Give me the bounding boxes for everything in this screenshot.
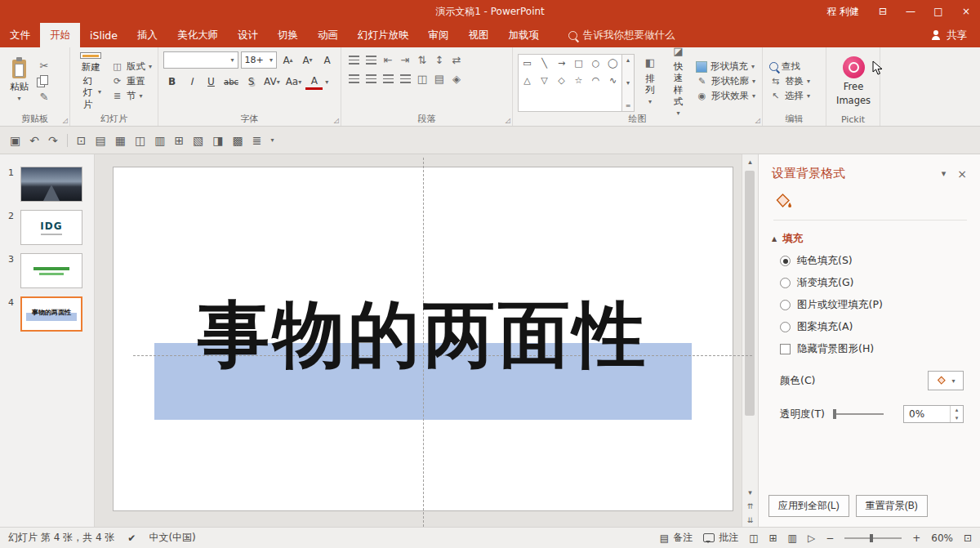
apply-to-all-button[interactable]: 应用到全部(L) <box>768 495 849 517</box>
spell-check-icon[interactable]: ✔ <box>127 532 136 544</box>
shape-cell[interactable]: ∿ <box>604 72 621 89</box>
strikethrough-button[interactable]: abc <box>222 75 240 89</box>
slide-thumbnail-2[interactable]: 2 IDG <box>0 206 94 249</box>
shapes-gallery[interactable]: ▭ ╲ → □ ○ ◯ △ ▽ ◇ ☆ ◠ ∿ <box>518 54 622 112</box>
radio-selected-icon[interactable] <box>780 256 791 266</box>
zoom-percentage[interactable]: 60% <box>931 532 953 544</box>
picture-fill-option[interactable]: 图片或纹理填充(P) <box>780 298 967 312</box>
font-color-button[interactable]: A <box>305 74 323 90</box>
bold-button[interactable]: B <box>163 75 180 89</box>
fill-section-header[interactable]: ▲ 填充 <box>772 232 967 246</box>
tab-beautify[interactable]: 美化大师 <box>167 23 228 47</box>
paste-button[interactable]: 粘贴 ▾ <box>5 51 33 112</box>
numbering-icon[interactable] <box>363 53 378 67</box>
tab-islide[interactable]: iSlide <box>80 23 127 47</box>
tab-insert[interactable]: 插入 <box>127 23 167 47</box>
minimize-button[interactable]: — <box>897 0 924 23</box>
solid-fill-option[interactable]: 纯色填充(S) <box>780 254 967 268</box>
slide-thumbnail-1[interactable]: 1 <box>0 163 94 206</box>
qat-icon[interactable]: ◨ <box>212 134 223 147</box>
slide-thumbnail-3[interactable]: 3 <box>0 249 94 292</box>
convert-smartart-icon[interactable]: ◈ <box>449 72 464 86</box>
find-button[interactable]: 查找 <box>768 60 812 73</box>
columns-icon[interactable]: ◫ <box>415 72 430 86</box>
qat-icon[interactable]: ▥ <box>154 134 165 147</box>
tell-me-search[interactable]: 告诉我你想要做什么 <box>562 23 682 47</box>
shape-cell[interactable]: ▭ <box>519 55 536 72</box>
qat-icon[interactable]: ≣ <box>252 134 262 147</box>
qat-icon[interactable]: ⊡ <box>77 134 87 147</box>
radio-icon[interactable] <box>780 322 791 332</box>
spin-up-icon[interactable]: ▴ <box>951 406 963 414</box>
format-painter-icon[interactable]: ✎ <box>37 90 51 104</box>
language-indicator[interactable]: 中文(中国) <box>149 531 195 545</box>
text-direction-icon[interactable]: ⇄ <box>449 53 464 67</box>
indent-decrease-icon[interactable]: ⇤ <box>381 53 395 67</box>
zoom-slider[interactable] <box>844 537 902 539</box>
qat-icon[interactable]: ⊞ <box>174 134 184 147</box>
maximize-button[interactable]: □ <box>924 0 952 23</box>
italic-button[interactable]: I <box>183 75 200 89</box>
indent-increase-icon[interactable]: ⇥ <box>398 53 412 67</box>
qat-customize-icon[interactable]: ▾ <box>271 136 274 144</box>
zoom-in-button[interactable]: + <box>912 532 920 544</box>
arrange-button[interactable]: ◧ 排列 ▾ <box>638 51 662 112</box>
shape-cell[interactable]: ○ <box>587 55 604 72</box>
zoom-slider-handle[interactable] <box>870 534 873 542</box>
shape-cell[interactable]: □ <box>570 55 587 72</box>
qat-icon[interactable]: ◫ <box>135 134 145 147</box>
quick-styles-button[interactable]: ◪ 快速样式 ▾ <box>666 51 691 112</box>
fill-bucket-icon[interactable] <box>773 191 793 211</box>
scroll-up-icon[interactable]: ▴ <box>742 154 758 168</box>
scroll-down-icon[interactable]: ▾ <box>742 485 758 499</box>
previous-slide-icon[interactable]: ⇈ <box>742 499 758 513</box>
text-shadow-button[interactable]: S <box>243 75 260 89</box>
reset-button[interactable]: ⟳ 重置 <box>109 75 154 87</box>
grow-font-button[interactable]: A▴ <box>279 53 296 67</box>
spin-down-icon[interactable]: ▾ <box>951 414 963 422</box>
slideshow-button[interactable]: ▷ <box>808 532 815 544</box>
align-left-icon[interactable] <box>346 72 361 86</box>
shape-outline-button[interactable]: ✎ 形状轮廓 ▾ <box>694 75 757 87</box>
reset-background-button[interactable]: 重置背景(B) <box>856 495 928 517</box>
checkbox-icon[interactable] <box>780 344 791 354</box>
gallery-scroll-up-icon[interactable]: ▴ <box>626 56 630 64</box>
slide-title-text[interactable]: 事物的两面性 <box>114 295 733 376</box>
ribbon-display-options-icon[interactable]: ⊟ <box>869 0 897 23</box>
slide-1-preview[interactable] <box>20 167 82 202</box>
editing-canvas[interactable]: 事物的两面性 <box>95 154 742 527</box>
fit-to-window-button[interactable]: ⊡ <box>964 532 972 544</box>
shape-cell[interactable]: ☆ <box>570 72 587 89</box>
next-slide-icon[interactable]: ⇊ <box>742 513 758 527</box>
shape-cell[interactable]: → <box>553 55 570 72</box>
align-right-icon[interactable] <box>381 72 395 86</box>
slide-4-preview[interactable]: 事物的两面性 <box>20 296 82 332</box>
transparency-slider[interactable] <box>833 413 884 415</box>
pane-options-icon[interactable]: ▾ <box>935 168 953 179</box>
layout-button[interactable]: ◫ 版式 ▾ <box>109 60 154 73</box>
qat-icon[interactable]: ▦ <box>115 134 126 147</box>
shape-cell[interactable]: ◠ <box>587 72 604 89</box>
tab-transitions[interactable]: 切换 <box>268 23 308 47</box>
tab-addins[interactable]: 加载项 <box>498 23 549 47</box>
paragraph-dialog-launcher[interactable]: ◿ <box>506 118 510 124</box>
font-size-combobox[interactable]: 18+ ▾ <box>241 51 277 69</box>
copy-icon[interactable] <box>37 75 49 87</box>
slide-3-preview[interactable] <box>20 253 82 288</box>
tab-slideshow[interactable]: 幻灯片放映 <box>348 23 419 47</box>
tab-file[interactable]: 文件 <box>0 23 40 47</box>
bullets-icon[interactable] <box>346 53 361 67</box>
normal-view-button[interactable]: ◫ <box>749 532 758 544</box>
transparency-spinner[interactable]: 0% ▴ ▾ <box>903 405 964 423</box>
close-button[interactable]: × <box>952 0 980 23</box>
undo-icon[interactable]: ↶ <box>29 134 39 147</box>
hide-background-checkbox[interactable]: 隐藏背景图形(H) <box>780 342 967 356</box>
slide-2-preview[interactable]: IDG <box>20 210 82 245</box>
qat-icon[interactable]: ▤ <box>95 134 105 147</box>
reading-view-button[interactable]: ▥ <box>788 532 797 544</box>
cut-icon[interactable]: ✂ <box>37 59 51 73</box>
qat-icon[interactable]: ▧ <box>193 134 203 147</box>
shape-cell[interactable]: ◇ <box>553 72 570 89</box>
comments-toggle[interactable]: 批注 <box>703 531 738 545</box>
tab-view[interactable]: 视图 <box>458 23 498 47</box>
